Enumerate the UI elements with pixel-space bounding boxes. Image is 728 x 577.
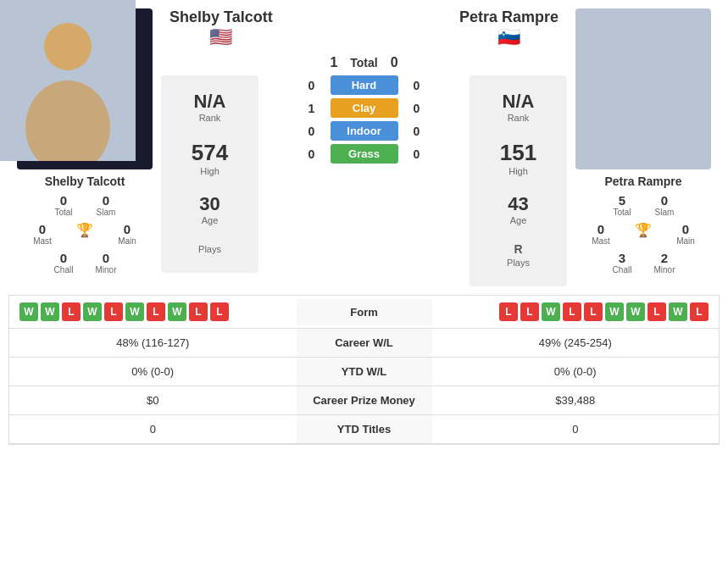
right-main-stat: 0 Main — [669, 222, 703, 246]
player-right-stats-row2: 0 Mast 🏆 0 Main — [584, 222, 703, 246]
right-chall-stat: 3 Chall — [605, 251, 639, 275]
stat-data-left: 0% (0-0) — [9, 358, 297, 386]
form-badge-left: W — [19, 302, 38, 321]
player-left-name-header: Shelby Talcott — [169, 8, 273, 26]
left-chall-stat: 0 Chall — [47, 251, 81, 275]
left-rank-cell: N/A Rank — [169, 84, 250, 130]
player-right-panel: Petra Rampre 5 Total 0 Slam 0 Mast 🏆 — [567, 8, 720, 275]
player-names-row: Shelby Talcott 🇺🇸 Petra Rampre 🇸🇮 — [161, 8, 567, 48]
player-right-name-header: Petra Rampre — [459, 8, 559, 26]
bottom-section: WWLWLWLWLL Form LLWLLWWLWL 48% (116-127)… — [8, 295, 720, 445]
stat-data-row: $0 Career Prize Money $39,488 — [9, 386, 719, 415]
player-right-stats-row3: 3 Chall 2 Minor — [605, 251, 681, 275]
surface-row-indoor: 0 Indoor 0 — [275, 121, 453, 141]
form-badge-right: W — [542, 302, 560, 321]
stat-data-left: $0 — [9, 386, 297, 414]
total-score-left: 1 — [330, 55, 337, 70]
right-high-cell: 151 High — [478, 133, 559, 183]
surface-score-right: 0 — [408, 79, 425, 92]
surface-score-left: 0 — [303, 79, 320, 92]
player-right-name: Petra Rampre — [604, 175, 681, 188]
player-right-stats-row1: 5 Total 0 Slam — [605, 193, 681, 217]
surfaces-section: 0 Hard 0 1 Clay 0 0 Indoor 0 0 Grass 0 — [267, 75, 461, 167]
form-badges-left: WWLWLWLWLL — [9, 296, 297, 328]
surface-row-clay: 1 Clay 0 — [275, 98, 453, 118]
form-badge-left: W — [83, 302, 102, 321]
surface-score-left: 0 — [303, 147, 320, 161]
right-rank-cell: N/A Rank — [478, 84, 559, 130]
flag-right: 🇸🇮 — [497, 26, 520, 48]
score-surface-section: N/A Rank 574 High 30 Age Plays — [161, 75, 567, 286]
total-label: Total — [350, 56, 377, 69]
left-mast-stat: 0 Mast — [25, 222, 59, 246]
right-rank-panel: N/A Rank 151 High 43 Age R Plays — [470, 75, 567, 286]
form-badge-left: L — [189, 302, 208, 321]
form-badge-left: W — [125, 302, 144, 321]
surface-score-right: 0 — [408, 125, 425, 138]
right-minor-stat: 2 Minor — [647, 251, 681, 275]
right-plays-cell: R Plays — [478, 236, 559, 275]
left-high-cell: 574 High — [169, 133, 250, 183]
form-badge-left: W — [168, 302, 186, 321]
player-left-stats-row1: 0 Total 0 Slam — [47, 193, 123, 217]
surface-btn-grass[interactable]: Grass — [331, 144, 398, 164]
form-badge-left: W — [41, 302, 59, 321]
surface-score-right: 0 — [408, 102, 425, 115]
form-badges-right: LLWLLWWLWL — [432, 296, 720, 328]
middle-section: Shelby Talcott 🇺🇸 Petra Rampre 🇸🇮 1 Tota… — [161, 8, 567, 286]
player-right-photo — [575, 8, 711, 169]
surface-row-grass: 0 Grass 0 — [275, 144, 453, 164]
stat-data-label: Career Prize Money — [297, 386, 432, 414]
left-age-cell: 30 Age — [169, 186, 250, 232]
surfaces-container: 0 Hard 0 1 Clay 0 0 Indoor 0 0 Grass 0 — [275, 75, 453, 167]
stat-data-label: Career W/L — [297, 329, 432, 357]
stat-data-right: 0 — [432, 415, 720, 443]
page-container: Shelby Talcott 0 Total 0 Slam 0 Mast 🏆 — [0, 0, 728, 453]
surface-btn-hard[interactable]: Hard — [331, 75, 398, 95]
left-main-stat: 0 Main — [110, 222, 144, 246]
form-badge-right: L — [690, 302, 709, 321]
surface-btn-indoor[interactable]: Indoor — [331, 121, 398, 141]
form-badge-right: W — [669, 302, 687, 321]
surface-score-left: 0 — [303, 125, 320, 138]
top-section: Shelby Talcott 0 Total 0 Slam 0 Mast 🏆 — [8, 8, 720, 286]
form-badge-right: L — [647, 302, 666, 321]
right-total-stat: 5 Total — [605, 193, 639, 217]
form-badge-right: W — [605, 302, 624, 321]
right-trophy-icon: 🏆 — [626, 222, 660, 246]
left-slam-stat: 0 Slam — [89, 193, 123, 217]
surface-score-right: 0 — [408, 147, 425, 161]
flag-left: 🇺🇸 — [209, 26, 232, 48]
surface-row-hard: 0 Hard 0 — [275, 75, 453, 95]
left-rank-panel: N/A Rank 574 High 30 Age Plays — [161, 75, 258, 273]
form-row: WWLWLWLWLL Form LLWLLWWLWL — [9, 296, 719, 329]
stats-rows-container: 48% (116-127) Career W/L 49% (245-254) 0… — [9, 329, 719, 444]
stat-data-row: 0 YTD Titles 0 — [9, 415, 719, 444]
form-badge-right: W — [626, 302, 645, 321]
player-left-name: Shelby Talcott — [45, 175, 125, 188]
form-badge-right: L — [520, 302, 539, 321]
form-badge-right: L — [563, 302, 581, 321]
left-trophy-icon: 🏆 — [68, 222, 102, 246]
stat-data-right: $39,488 — [432, 386, 720, 414]
stat-data-label: YTD W/L — [297, 358, 432, 386]
left-total-stat: 0 Total — [47, 193, 81, 217]
stat-data-label: YTD Titles — [297, 415, 432, 443]
form-badge-right: L — [499, 302, 518, 321]
stat-data-row: 48% (116-127) Career W/L 49% (245-254) — [9, 329, 719, 358]
form-badge-right: L — [584, 302, 603, 321]
stat-data-left: 0 — [9, 415, 297, 443]
player-left-stats-row3: 0 Chall 0 Minor — [47, 251, 123, 275]
form-badge-left: L — [104, 302, 123, 321]
stat-data-row: 0% (0-0) YTD W/L 0% (0-0) — [9, 358, 719, 386]
stat-data-right: 49% (245-254) — [432, 329, 720, 357]
surface-btn-clay[interactable]: Clay — [331, 98, 398, 118]
left-minor-stat: 0 Minor — [89, 251, 123, 275]
stat-data-left: 48% (116-127) — [9, 329, 297, 357]
form-label: Form — [297, 299, 432, 325]
right-mast-stat: 0 Mast — [584, 222, 618, 246]
stat-data-right: 0% (0-0) — [432, 358, 720, 386]
form-badge-left: L — [147, 302, 165, 321]
player-left-stats-row2: 0 Mast 🏆 0 Main — [25, 222, 144, 246]
total-score-right: 0 — [391, 55, 398, 70]
